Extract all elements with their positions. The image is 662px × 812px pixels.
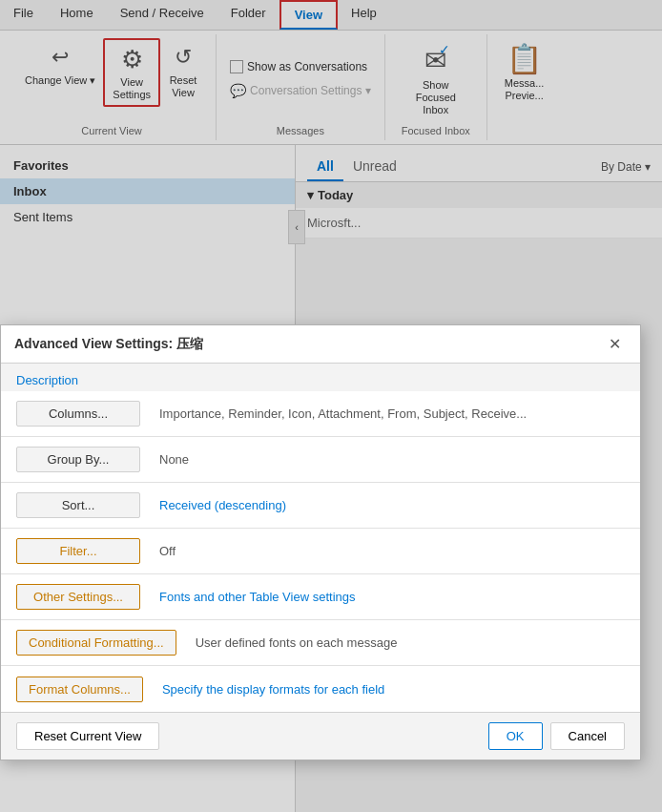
dialog-titlebar: Advanced View Settings: 压缩 ✕ [1,325,640,364]
dialog-overlay: Advanced View Settings: 压缩 ✕ Description… [0,0,662,812]
dialog-row-conditional-formatting: Conditional Formatting... User defined f… [1,620,640,666]
dialog-row-format-columns: Format Columns... Specify the display fo… [1,666,640,712]
cancel-button[interactable]: Cancel [550,722,625,750]
reset-current-view-button[interactable]: Reset Current View [16,722,159,750]
dialog-row-other-settings: Other Settings... Fonts and other Table … [1,574,640,620]
dialog-row-filter: Filter... Off [1,529,640,574]
columns-value: Importance, Reminder, Icon, Attachment, … [140,406,625,421]
group-by-button[interactable]: Group By... [16,447,140,472]
dialog-title: Advanced View Settings: 压缩 [14,336,203,353]
dialog-footer-left: Reset Current View [16,722,159,750]
conditional-formatting-value: User defined fonts on each message [176,635,625,650]
dialog-row-sort: Sort... Received (descending) [1,483,640,529]
sort-button[interactable]: Sort... [16,492,140,518]
dialog-description-header: Description [1,364,640,391]
advanced-view-settings-dialog: Advanced View Settings: 压缩 ✕ Description… [0,324,641,760]
filter-value: Off [140,544,625,558]
dialog-close-button[interactable]: ✕ [603,333,627,355]
group-by-value: None [140,452,625,467]
format-columns-value: Specify the display formats for each fie… [143,682,625,697]
dialog-footer: Reset Current View OK Cancel [1,712,640,760]
other-settings-value: Fonts and other Table View settings [140,590,625,604]
sort-value: Received (descending) [140,498,625,512]
dialog-body: Description Columns... Importance, Remin… [1,364,640,712]
ok-button[interactable]: OK [488,722,543,750]
dialog-footer-right: OK Cancel [488,722,625,750]
filter-button[interactable]: Filter... [16,538,140,564]
other-settings-button[interactable]: Other Settings... [16,584,140,610]
dialog-row-columns: Columns... Importance, Reminder, Icon, A… [1,391,640,437]
conditional-formatting-button[interactable]: Conditional Formatting... [16,630,176,656]
format-columns-button[interactable]: Format Columns... [16,677,143,702]
dialog-row-group-by: Group By... None [1,437,640,483]
columns-button[interactable]: Columns... [16,401,140,427]
